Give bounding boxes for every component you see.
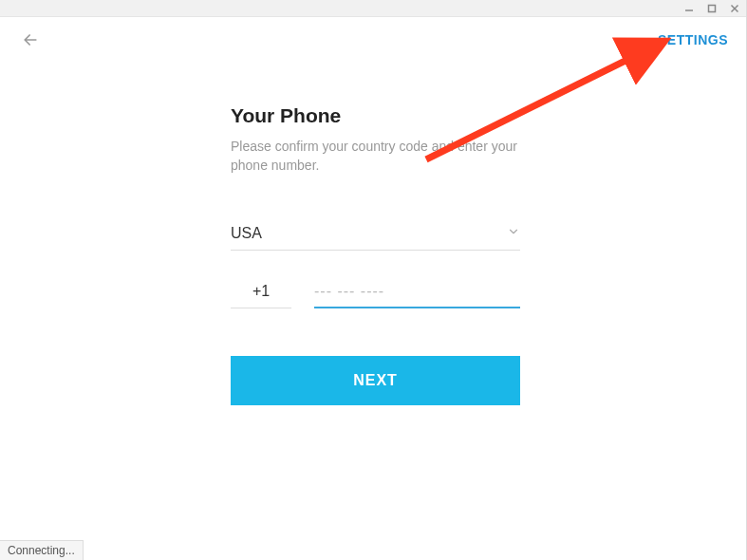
country-selected-label: USA bbox=[231, 225, 262, 242]
login-form: Your Phone Please confirm your country c… bbox=[231, 104, 520, 405]
status-bar: Connecting... bbox=[0, 540, 84, 560]
close-button[interactable] bbox=[728, 2, 741, 15]
minimize-button[interactable] bbox=[682, 2, 696, 15]
back-button[interactable] bbox=[19, 28, 42, 51]
arrow-left-icon bbox=[21, 30, 40, 49]
next-button[interactable]: NEXT bbox=[231, 356, 520, 405]
chevron-down-icon bbox=[507, 225, 520, 242]
maximize-button[interactable] bbox=[705, 2, 719, 15]
country-select[interactable]: USA bbox=[231, 225, 520, 251]
settings-link[interactable]: SETTINGS bbox=[658, 32, 728, 47]
svg-rect-1 bbox=[709, 5, 716, 11]
top-bar: SETTINGS bbox=[0, 17, 747, 63]
country-code-input[interactable] bbox=[231, 283, 291, 308]
page-title: Your Phone bbox=[231, 104, 520, 127]
window-titlebar bbox=[0, 0, 747, 17]
phone-row bbox=[231, 283, 520, 308]
phone-number-input[interactable] bbox=[314, 283, 520, 308]
page-subtitle: Please confirm your country code and ent… bbox=[231, 137, 520, 176]
